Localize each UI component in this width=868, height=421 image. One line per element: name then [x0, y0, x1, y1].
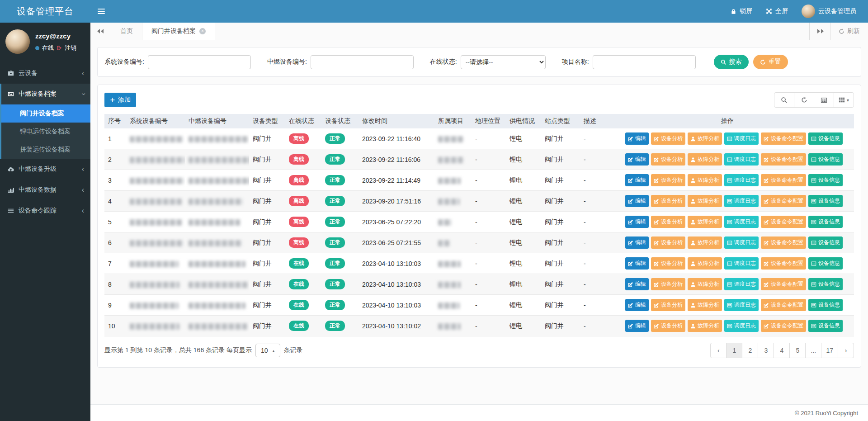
device-info-button[interactable]: 设备信息 — [808, 195, 843, 207]
device-analysis-button[interactable]: 设备分析 — [651, 132, 685, 145]
page-next-button[interactable]: › — [838, 343, 854, 358]
device-info-button[interactable]: 设备信息 — [808, 278, 843, 290]
fault-analysis-button[interactable]: 故障分析 — [688, 299, 722, 311]
app-logo[interactable]: 设备管理平台 — [0, 0, 90, 23]
fault-analysis-button[interactable]: 故障分析 — [688, 153, 722, 166]
device-analysis-button[interactable]: 设备分析 — [651, 299, 685, 311]
page-button-3[interactable]: 3 — [758, 343, 774, 358]
device-command-config-button[interactable]: 设备命令配置 — [761, 257, 806, 270]
dispatch-log-button[interactable]: 调度日志 — [724, 195, 759, 207]
sidebar-item[interactable]: 设备命令跟踪‹ — [0, 200, 90, 221]
table-search-toggle-button[interactable] — [774, 92, 794, 108]
device-info-button[interactable]: 设备信息 — [808, 216, 843, 228]
tab-refresh-button[interactable]: 刷新 — [830, 23, 868, 40]
device-command-config-button[interactable]: 设备命令配置 — [761, 132, 806, 145]
page-button-5[interactable]: 5 — [789, 343, 806, 358]
device-info-button[interactable]: 设备信息 — [808, 132, 843, 145]
page-size-dropdown[interactable]: 10 ▴ — [255, 344, 280, 357]
edit-button[interactable]: 编辑 — [625, 237, 649, 249]
edit-button[interactable]: 编辑 — [625, 195, 649, 207]
fault-analysis-button[interactable]: 故障分析 — [688, 132, 722, 145]
device-info-button[interactable]: 设备信息 — [808, 299, 843, 311]
device-analysis-button[interactable]: 设备分析 — [651, 320, 685, 332]
device-command-config-button[interactable]: 设备命令配置 — [761, 320, 806, 332]
device-analysis-button[interactable]: 设备分析 — [651, 216, 685, 228]
dispatch-log-button[interactable]: 调度日志 — [724, 153, 759, 166]
page-button-1[interactable]: 1 — [726, 343, 742, 358]
dispatch-log-button[interactable]: 调度日志 — [724, 132, 759, 145]
dispatch-log-button[interactable]: 调度日志 — [724, 299, 759, 311]
sidebar-item[interactable]: 中燃设备升级‹ — [0, 159, 90, 180]
tab-valve-well-archive[interactable]: 阀门井设备档案 × — [142, 23, 215, 40]
device-analysis-button[interactable]: 设备分析 — [651, 237, 685, 249]
sidebar-item[interactable]: 中燃设备档案‹ — [1, 84, 90, 104]
edit-button[interactable]: 编辑 — [625, 320, 649, 332]
fault-analysis-button[interactable]: 故障分析 — [688, 278, 722, 290]
device-command-config-button[interactable]: 设备命令配置 — [761, 278, 806, 290]
edit-button[interactable]: 编辑 — [625, 299, 649, 311]
dispatch-log-button[interactable]: 调度日志 — [724, 216, 759, 228]
tabs-scroll-left-button[interactable] — [90, 23, 111, 40]
sidebar-item[interactable]: 云设备‹ — [0, 63, 90, 84]
lock-screen-button[interactable]: 锁屏 — [731, 7, 752, 15]
system-device-no-input[interactable] — [148, 55, 251, 69]
page-button-17[interactable]: 17 — [821, 343, 838, 358]
project-name-input[interactable] — [593, 55, 696, 69]
edit-button[interactable]: 编辑 — [625, 257, 649, 270]
device-command-config-button[interactable]: 设备命令配置 — [761, 174, 806, 186]
logout-link[interactable]: 注销 — [65, 44, 76, 52]
edit-button[interactable]: 编辑 — [625, 132, 649, 145]
device-analysis-button[interactable]: 设备分析 — [651, 195, 685, 207]
edit-button[interactable]: 编辑 — [625, 278, 649, 290]
search-button[interactable]: 搜索 — [714, 55, 749, 69]
sidebar-subitem[interactable]: 锂电远传设备档案 — [1, 123, 90, 141]
edit-button[interactable]: 编辑 — [625, 174, 649, 186]
dispatch-log-button[interactable]: 调度日志 — [724, 257, 759, 270]
fullscreen-button[interactable]: 全屏 — [766, 7, 788, 15]
device-info-button[interactable]: 设备信息 — [808, 153, 843, 166]
gas-device-no-input[interactable] — [311, 55, 414, 69]
device-analysis-button[interactable]: 设备分析 — [651, 257, 685, 270]
fault-analysis-button[interactable]: 故障分析 — [688, 174, 722, 186]
sidebar-item[interactable]: 中燃设备数据‹ — [0, 180, 90, 200]
sidebar-subitem[interactable]: 拼装远传设备档案 — [1, 141, 90, 159]
dispatch-log-button[interactable]: 调度日志 — [724, 237, 759, 249]
user-avatar[interactable] — [5, 29, 30, 54]
edit-button[interactable]: 编辑 — [625, 216, 649, 228]
dispatch-log-button[interactable]: 调度日志 — [724, 278, 759, 290]
page-button-2[interactable]: 2 — [742, 343, 758, 358]
dispatch-log-button[interactable]: 调度日志 — [724, 320, 759, 332]
device-command-config-button[interactable]: 设备命令配置 — [761, 299, 806, 311]
device-info-button[interactable]: 设备信息 — [808, 320, 843, 332]
table-detail-view-button[interactable] — [814, 92, 834, 108]
page-ellipsis[interactable]: ... — [805, 343, 821, 358]
user-menu[interactable]: 云设备管理员 — [802, 5, 856, 18]
add-button[interactable]: 添加 — [104, 93, 136, 107]
edit-button[interactable]: 编辑 — [625, 153, 649, 166]
table-columns-button[interactable]: ▾ — [834, 92, 854, 108]
device-info-button[interactable]: 设备信息 — [808, 237, 843, 249]
fault-analysis-button[interactable]: 故障分析 — [688, 320, 722, 332]
sidebar-toggle-button[interactable] — [90, 0, 112, 23]
fault-analysis-button[interactable]: 故障分析 — [688, 195, 722, 207]
device-command-config-button[interactable]: 设备命令配置 — [761, 237, 806, 249]
page-button-4[interactable]: 4 — [774, 343, 790, 358]
device-command-config-button[interactable]: 设备命令配置 — [761, 195, 806, 207]
fault-analysis-button[interactable]: 故障分析 — [688, 237, 722, 249]
device-info-button[interactable]: 设备信息 — [808, 174, 843, 186]
device-analysis-button[interactable]: 设备分析 — [651, 153, 685, 166]
fault-analysis-button[interactable]: 故障分析 — [688, 257, 722, 270]
page-prev-button[interactable]: ‹ — [710, 343, 726, 358]
device-analysis-button[interactable]: 设备分析 — [651, 278, 685, 290]
table-refresh-button[interactable] — [794, 92, 814, 108]
tab-close-icon[interactable]: × — [199, 28, 206, 34]
device-analysis-button[interactable]: 设备分析 — [651, 174, 685, 186]
fault-analysis-button[interactable]: 故障分析 — [688, 216, 722, 228]
tab-home[interactable]: 首页 — [111, 23, 142, 40]
device-info-button[interactable]: 设备信息 — [808, 257, 843, 270]
online-status-select[interactable]: --请选择-- — [461, 55, 546, 69]
device-command-config-button[interactable]: 设备命令配置 — [761, 153, 806, 166]
tabs-scroll-right-button[interactable] — [809, 23, 830, 40]
reset-button[interactable]: 重置 — [753, 55, 788, 69]
dispatch-log-button[interactable]: 调度日志 — [724, 174, 759, 186]
